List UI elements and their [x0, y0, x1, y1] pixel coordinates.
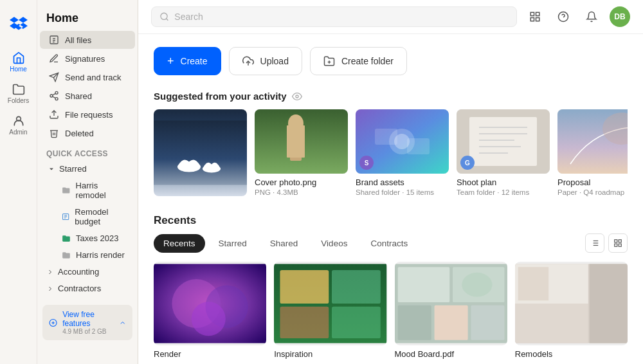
- starred-harris-remodel-label: Harris remodel: [76, 181, 129, 200]
- thumb-cover-photo: [255, 109, 348, 174]
- svg-point-9: [55, 98, 58, 100]
- create-folder-button[interactable]: Create folder: [310, 47, 407, 75]
- nav-file-requests[interactable]: File requests: [40, 105, 135, 123]
- group-accounting-label: Accounting: [58, 267, 99, 277]
- recent-render[interactable]: Render: [154, 262, 266, 359]
- action-buttons: + Create Upload Create folder: [154, 47, 628, 75]
- main-content: DB + Create Upload Create f: [138, 0, 643, 364]
- nav-all-files-label: All files: [65, 35, 91, 45]
- svg-rect-59: [615, 240, 617, 242]
- recent-inspiration-name: Inspiration: [274, 349, 386, 359]
- starred-item-harris-remodel[interactable]: Harris remodel: [44, 177, 135, 203]
- starred-item-taxes-2023[interactable]: Taxes 2023: [44, 230, 135, 246]
- search-icon: [159, 12, 169, 22]
- tab-shared[interactable]: Shared: [260, 234, 308, 253]
- nav-send-track-label: Send and track: [65, 73, 121, 82]
- tab-starred[interactable]: Starred: [209, 234, 257, 253]
- recents-tabs: Recents Starred Shared Videos Contracts: [154, 233, 628, 253]
- svg-rect-61: [619, 244, 621, 246]
- thumb-brand-assets: S: [356, 109, 449, 174]
- recent-mood-board[interactable]: Mood Board.pdf: [395, 262, 507, 359]
- group-contractors[interactable]: Contractors: [40, 280, 135, 296]
- user-avatar[interactable]: DB: [610, 6, 630, 27]
- sidebar-title: Home: [37, 5, 138, 30]
- create-button[interactable]: + Create: [154, 47, 221, 75]
- nav-home-label: Home: [10, 66, 27, 73]
- starred-harris-render-label: Harris render: [76, 250, 125, 260]
- search-bar[interactable]: [151, 6, 517, 27]
- svg-rect-23: [536, 12, 539, 15]
- svg-line-10: [53, 96, 56, 98]
- suggested-proposal[interactable]: Proposal Paper · Q4 roadmap: [557, 109, 628, 196]
- svg-rect-70: [280, 307, 329, 338]
- nav-signatures[interactable]: Signatures: [40, 50, 135, 68]
- nav-shared[interactable]: Shared: [40, 87, 135, 105]
- suggested-shoot-plan[interactable]: G Shoot plan Team folder · 12 items: [457, 109, 550, 196]
- nav-admin[interactable]: Admin: [3, 111, 34, 140]
- svg-rect-32: [154, 121, 247, 185]
- svg-rect-60: [619, 240, 621, 242]
- content-area: + Create Upload Create folder Suggested: [138, 34, 643, 364]
- thumb-remodels: [515, 262, 628, 345]
- recent-inspiration[interactable]: Inspiration: [274, 262, 386, 359]
- nav-shared-label: Shared: [65, 91, 92, 101]
- eye-icon: [292, 91, 302, 102]
- svg-rect-68: [280, 270, 329, 304]
- upload-button[interactable]: Upload: [229, 47, 302, 75]
- shoot-plan-badge: G: [460, 156, 475, 170]
- svg-rect-22: [530, 12, 534, 15]
- suggested-brand-assets[interactable]: S Brand assets Shared folder · 15 items: [356, 109, 449, 196]
- nav-deleted[interactable]: Deleted: [40, 124, 135, 142]
- nav-folders[interactable]: Folders: [3, 79, 34, 108]
- svg-rect-73: [397, 267, 449, 302]
- storage-sublabel: 4.9 MB of 2 GB: [62, 328, 113, 335]
- thumb-inspiration: [274, 262, 386, 345]
- suggested-cover-photo[interactable]: Cover photo.png PNG · 4.3MB: [255, 109, 348, 196]
- recents-title: Recents: [154, 214, 628, 227]
- apps-icon[interactable]: [525, 6, 545, 27]
- svg-rect-24: [536, 18, 539, 21]
- storage-info[interactable]: View free features 4.9 MB of 2 GB: [42, 305, 132, 340]
- nav-home[interactable]: Home: [3, 48, 34, 77]
- tab-recents[interactable]: Recents: [154, 234, 205, 253]
- svg-point-78: [462, 273, 492, 297]
- tab-contracts[interactable]: Contracts: [361, 234, 417, 253]
- recent-remodels[interactable]: Remodels: [515, 262, 628, 359]
- list-view-toggle[interactable]: [585, 233, 604, 253]
- suggested-title: Suggested from your activity: [154, 91, 287, 102]
- thumb-proposal: [557, 109, 628, 174]
- starred-item-harris-render[interactable]: Harris render: [44, 247, 135, 263]
- upload-icon: [242, 55, 254, 67]
- svg-rect-83: [518, 267, 548, 300]
- logo[interactable]: [10, 8, 28, 45]
- nav-signatures-label: Signatures: [65, 54, 105, 64]
- nav-admin-label: Admin: [9, 129, 27, 136]
- starred-item-remodel-budget[interactable]: Remodel budget: [44, 204, 135, 230]
- svg-point-8: [50, 95, 53, 97]
- thumb-summer-brief: [154, 109, 247, 196]
- svg-rect-62: [615, 244, 617, 246]
- starred-taxes-2023-label: Taxes 2023: [76, 233, 119, 243]
- group-contractors-label: Contractors: [58, 284, 101, 293]
- svg-line-21: [167, 19, 168, 21]
- grid-view-toggle[interactable]: [608, 233, 628, 253]
- group-accounting[interactable]: Accounting: [40, 264, 135, 280]
- svg-point-20: [161, 13, 167, 19]
- suggested-shoot-plan-name: Shoot plan: [457, 177, 550, 187]
- topbar-actions: DB: [525, 6, 630, 27]
- svg-point-7: [55, 91, 58, 94]
- starred-toggle[interactable]: Starred: [41, 161, 138, 177]
- suggested-proposal-meta: Paper · Q4 roadmap: [557, 188, 628, 196]
- svg-rect-43: [407, 138, 430, 154]
- search-input[interactable]: [174, 12, 509, 22]
- recents-grid: Render: [154, 262, 628, 359]
- svg-rect-76: [434, 305, 467, 340]
- suggested-summer-brief[interactable]: Summer brief.mov MOV · 1:10: [154, 109, 247, 196]
- help-icon[interactable]: [553, 6, 574, 27]
- nav-send-and-track[interactable]: Send and track: [40, 68, 135, 86]
- bell-icon[interactable]: [581, 6, 602, 27]
- tab-videos[interactable]: Videos: [311, 234, 357, 253]
- svg-point-38: [288, 114, 303, 132]
- nav-all-files[interactable]: All files: [40, 31, 135, 49]
- create-folder-label: Create folder: [341, 56, 394, 66]
